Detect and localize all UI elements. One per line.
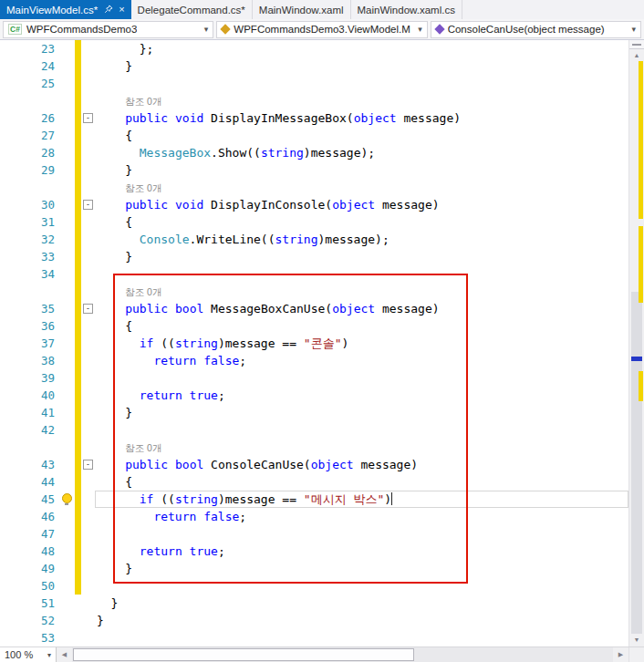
code-line[interactable]: 30-public void DisplayInConsole(object m… [0,196,628,213]
line-number [0,92,60,109]
code-line[interactable]: 44{ [0,473,628,491]
change-bar [75,508,81,525]
code-line[interactable]: 33} [0,248,628,265]
codelens-row[interactable]: 참조 0개 [0,92,628,109]
code-line[interactable]: 47 [0,525,628,543]
code-token: )message); [317,233,389,246]
code-line[interactable]: 34 [0,265,628,283]
code-line[interactable]: 49} [0,560,628,577]
code-line[interactable]: 42 [0,421,628,439]
codelens-row[interactable]: 참조 0개 [0,439,628,456]
codelens-references[interactable]: 참조 0개 [125,96,161,107]
vertical-scrollbar[interactable]: ▲ ▼ [628,40,644,646]
code-line[interactable]: 43-public bool ConsoleCanUse(object mess… [0,456,628,473]
code-token: Console [140,233,190,246]
code-line[interactable]: 45if ((string)message == "메시지 박스") [0,491,628,508]
fold-margin [81,491,95,508]
code-token: public bool [125,302,211,315]
fold-collapse-icon[interactable]: - [83,113,93,123]
pin-icon[interactable] [104,5,113,16]
change-bar [75,491,81,508]
change-bar [75,525,81,543]
fold-margin [81,421,95,439]
code-line[interactable]: 25 [0,75,628,92]
code-line[interactable]: 52} [0,612,628,629]
change-bar [75,283,81,300]
code-line[interactable]: 38return false; [0,352,628,369]
code-line[interactable]: 23}; [0,40,628,57]
tab-mainwindow-xaml-cs[interactable]: MainWindow.xaml.cs [351,0,462,19]
scrollbar-mark-change [639,61,643,219]
horizontal-scrollbar[interactable] [72,647,613,662]
code-text: 참조 0개 [95,283,628,300]
code-text: } [95,612,628,629]
codelens-references[interactable]: 참조 0개 [125,182,161,193]
fold-margin [81,369,95,387]
code-line[interactable]: 35-public bool MessageBoxCanUse(object m… [0,300,628,317]
glyph-margin [60,127,75,144]
line-number: 45 [0,491,60,508]
tab-mainviewmodel-cs-[interactable]: MainViewModel.cs*× [0,0,131,19]
glyph-margin [60,179,75,196]
code-token: string [175,336,218,350]
scroll-left-icon[interactable]: ◀ [57,647,72,662]
glyph-margin [60,231,75,248]
code-token: (( [153,336,174,350]
codelens-references[interactable]: 참조 0개 [125,442,161,453]
tab-mainwindow-xaml[interactable]: MainWindow.xaml [253,0,351,19]
codelens-row[interactable]: 참조 0개 [0,179,628,196]
fold-margin [81,352,95,369]
code-line[interactable]: 28MessageBox.Show((string)message); [0,144,628,161]
code-line[interactable]: 32Console.WriteLine((string)message); [0,231,628,248]
code-line[interactable]: 29} [0,161,628,179]
scroll-down-icon[interactable]: ▼ [629,634,644,646]
fold-margin [81,560,95,577]
code-editor[interactable]: 23};24}25참조 0개26-public void DisplayInMe… [0,40,628,646]
code-rows: 23};24}25참조 0개26-public void DisplayInMe… [0,40,628,646]
code-text: } [95,560,628,577]
fold-collapse-icon[interactable]: - [83,304,93,314]
zoom-select[interactable]: 100 % ▾ [0,647,57,662]
code-line[interactable]: 53 [0,629,628,646]
type-dropdown[interactable]: WPFCommandsDemo3.ViewModel.M ▾ [216,21,427,38]
code-line[interactable]: 26-public void DisplayInMessageBox(objec… [0,109,628,127]
scroll-right-icon[interactable]: ▶ [613,647,628,662]
fold-collapse-icon[interactable]: - [83,200,93,210]
code-line[interactable]: 41} [0,404,628,421]
fold-collapse-icon[interactable]: - [83,460,93,470]
glyph-margin [60,369,75,387]
code-text: 참조 0개 [95,179,628,196]
lightbulb-icon[interactable] [62,493,72,503]
code-line[interactable]: 40return true; [0,387,628,404]
csharp-project-icon: C# [8,24,22,35]
change-bar [75,57,81,75]
change-bar [75,369,81,387]
horizontal-scrollbar-thumb[interactable] [73,648,414,661]
code-text: if ((string)message == "콘솔") [95,335,628,352]
code-line[interactable]: 37if ((string)message == "콘솔") [0,335,628,352]
code-token: )message); [304,146,375,160]
code-line[interactable]: 48return true; [0,543,628,560]
code-line[interactable]: 24} [0,57,628,75]
code-line[interactable]: 31{ [0,213,628,231]
code-line[interactable]: 46return false; [0,508,628,525]
change-bar [75,75,81,92]
close-icon[interactable]: × [119,5,124,15]
code-text: Console.WriteLine((string)message); [95,231,628,248]
code-line[interactable]: 39 [0,369,628,387]
change-bar [75,265,81,283]
fold-margin [81,629,95,646]
code-line[interactable]: 51} [0,595,628,612]
scrollbar-thumb[interactable] [631,292,642,634]
project-dropdown[interactable]: C# WPFCommandsDemo3 ▾ [3,21,213,38]
split-window-handle[interactable] [629,40,644,49]
member-dropdown[interactable]: ConsoleCanUse(object message) ▾ [431,21,641,38]
code-line[interactable]: 36{ [0,317,628,335]
scroll-up-icon[interactable]: ▲ [629,49,644,61]
scrollbar-track[interactable] [629,61,644,634]
code-line[interactable]: 50 [0,577,628,595]
code-line[interactable]: 27{ [0,127,628,144]
codelens-row[interactable]: 참조 0개 [0,283,628,300]
codelens-references[interactable]: 참조 0개 [125,286,161,297]
tab-delegatecommand-cs-[interactable]: DelegateCommand.cs* [131,0,253,19]
